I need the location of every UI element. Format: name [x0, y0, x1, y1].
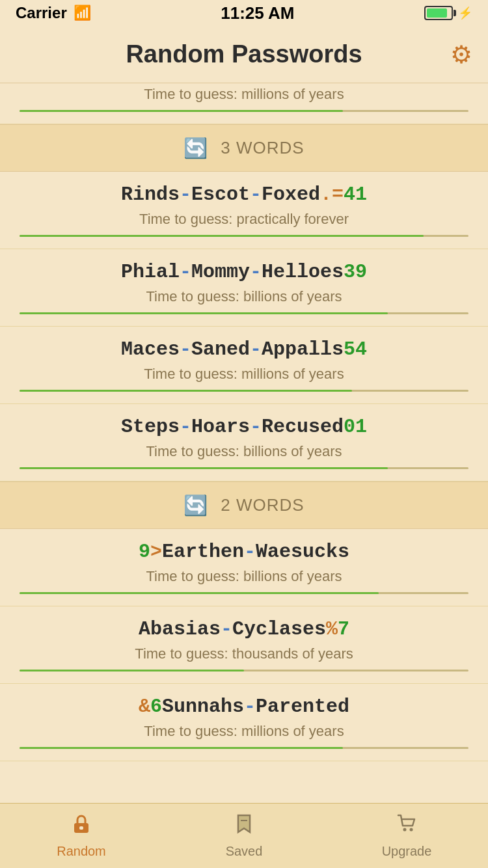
refresh-icon-3words[interactable]: 🔄 — [183, 137, 208, 159]
pw3-time: Time to guess: millions of years — [20, 366, 468, 383]
pw2-w2: Mommy — [191, 261, 250, 283]
password-text-4: Steps-Hoars-Recused01 — [20, 416, 468, 438]
pw6-d1: - — [221, 618, 232, 640]
password-item-5[interactable]: 9>Earthen-Waesucks Time to guess: billio… — [0, 529, 488, 606]
refresh-icon-2words[interactable]: 🔄 — [183, 494, 208, 517]
pw3-d1: - — [180, 338, 191, 360]
password-text-7: &6Sunnahs-Parented — [20, 696, 468, 718]
status-time: 11:25 AM — [221, 3, 294, 23]
section-title-3words: 3 WORDS — [221, 138, 304, 158]
pw4-d2: - — [250, 416, 262, 438]
battery-icon — [424, 6, 453, 20]
pw4-num: 01 — [344, 416, 367, 438]
bolt-icon: ⚡ — [458, 6, 472, 20]
pw3-w2: Saned — [191, 338, 250, 360]
tab-random[interactable]: Random — [0, 804, 163, 868]
partial-password-item[interactable]: Time to guess: millions of years — [0, 83, 488, 124]
pw5-d1: - — [244, 541, 256, 563]
header: Random Passwords ⚙ — [0, 26, 488, 83]
password-item-4[interactable]: Steps-Hoars-Recused01 Time to guess: bil… — [0, 404, 488, 481]
pw2-w3: Helloes — [262, 261, 344, 283]
password-text-5: 9>Earthen-Waesucks — [20, 541, 468, 563]
password-item-7[interactable]: &6Sunnahs-Parented Time to guess: millio… — [0, 684, 488, 761]
pw1-d2: - — [250, 183, 262, 206]
status-left: Carrier 📶 — [16, 4, 91, 22]
pw1-num: 41 — [344, 183, 367, 206]
tab-saved[interactable]: Saved — [163, 804, 325, 868]
section-title-2words: 2 WORDS — [221, 495, 304, 515]
pw4-strength — [20, 465, 468, 469]
pw4-w1: Steps — [121, 416, 180, 438]
pw4-d1: - — [180, 416, 191, 438]
carrier-label: Carrier — [16, 4, 67, 22]
pw4-time: Time to guess: billions of years — [20, 443, 468, 460]
pw7-strength — [20, 745, 468, 749]
pw3-num: 54 — [344, 338, 367, 360]
pw7-w2: Parented — [256, 696, 349, 718]
content-area: Time to guess: millions of years 🔄 3 WOR… — [0, 83, 488, 826]
pw2-w1: Phial — [121, 261, 180, 283]
pw4-w3: Recused — [262, 416, 344, 438]
pw3-d2: - — [250, 338, 262, 360]
bookmark-icon — [233, 813, 255, 840]
pw2-strength — [20, 310, 468, 314]
pw5-sym: > — [150, 541, 162, 563]
pw5-w1: Earthen — [162, 541, 244, 563]
pw7-d1: - — [244, 696, 256, 718]
pw4-w2: Hoars — [191, 416, 250, 438]
pw3-w3: Appalls — [262, 338, 344, 360]
svg-rect-1 — [79, 826, 83, 830]
password-text-3: Maces-Saned-Appalls54 — [20, 338, 468, 360]
strength-bar-fill — [20, 110, 343, 112]
status-right: ⚡ — [424, 6, 472, 20]
password-item-2[interactable]: Phial-Mommy-Helloes39 Time to guess: bil… — [0, 249, 488, 327]
password-text-2: Phial-Mommy-Helloes39 — [20, 261, 468, 283]
status-bar: Carrier 📶 11:25 AM ⚡ — [0, 0, 488, 26]
pw7-num: 6 — [150, 696, 162, 718]
pw2-d2: - — [250, 261, 262, 283]
pw1-sym: .= — [320, 183, 344, 206]
pw2-num: 39 — [344, 261, 367, 283]
settings-button[interactable]: ⚙ — [450, 40, 472, 69]
password-item-3[interactable]: Maces-Saned-Appalls54 Time to guess: mil… — [0, 327, 488, 404]
pw1-w2: Escot — [191, 183, 250, 206]
pw6-w2: Cyclases — [232, 618, 326, 640]
password-item-1[interactable]: Rinds-Escot-Foxed.=41 Time to guess: pra… — [0, 172, 488, 249]
pw1-d1: - — [180, 183, 191, 206]
pw1-time: Time to guess: practically forever — [20, 211, 468, 228]
wifi-icon: 📶 — [74, 5, 91, 21]
section-header-2words: 🔄 2 WORDS — [0, 481, 488, 529]
password-text-6: Abasias-Cyclases%7 — [20, 618, 468, 640]
tab-saved-label: Saved — [226, 844, 263, 859]
password-item-6[interactable]: Abasias-Cyclases%7 Time to guess: thousa… — [0, 606, 488, 684]
tab-upgrade-label: Upgrade — [382, 844, 432, 859]
pw7-sym: & — [139, 696, 150, 718]
pw2-time: Time to guess: billions of years — [20, 288, 468, 305]
pw6-time: Time to guess: thousands of years — [20, 645, 468, 662]
pw5-w2: Waesucks — [256, 541, 349, 563]
tab-random-label: Random — [57, 844, 106, 859]
svg-point-3 — [403, 828, 407, 832]
section-header-3words: 🔄 3 WORDS — [0, 124, 488, 172]
pw6-sym: % — [326, 618, 338, 640]
cart-icon — [396, 813, 418, 840]
password-text-1: Rinds-Escot-Foxed.=41 — [20, 183, 468, 206]
pw3-w1: Maces — [121, 338, 180, 360]
lock-icon — [70, 813, 92, 840]
battery-fill — [427, 8, 447, 18]
page-title: Random Passwords — [126, 40, 362, 68]
pw6-strength — [20, 668, 468, 671]
pw5-time: Time to guess: billions of years — [20, 568, 468, 585]
pw5-num: 9 — [139, 541, 150, 563]
pw1-w1: Rinds — [121, 183, 180, 206]
pw6-w1: Abasias — [139, 618, 221, 640]
pw6-num: 7 — [338, 618, 349, 640]
pw3-strength — [20, 388, 468, 392]
strength-bar — [20, 108, 468, 112]
time-label: Time to guess: millions of years — [20, 86, 468, 103]
tab-bar: Random Saved Upgrade — [0, 803, 488, 868]
pw7-time: Time to guess: millions of years — [20, 723, 468, 740]
svg-point-4 — [410, 828, 413, 832]
pw2-d1: - — [180, 261, 191, 283]
tab-upgrade[interactable]: Upgrade — [325, 804, 488, 868]
